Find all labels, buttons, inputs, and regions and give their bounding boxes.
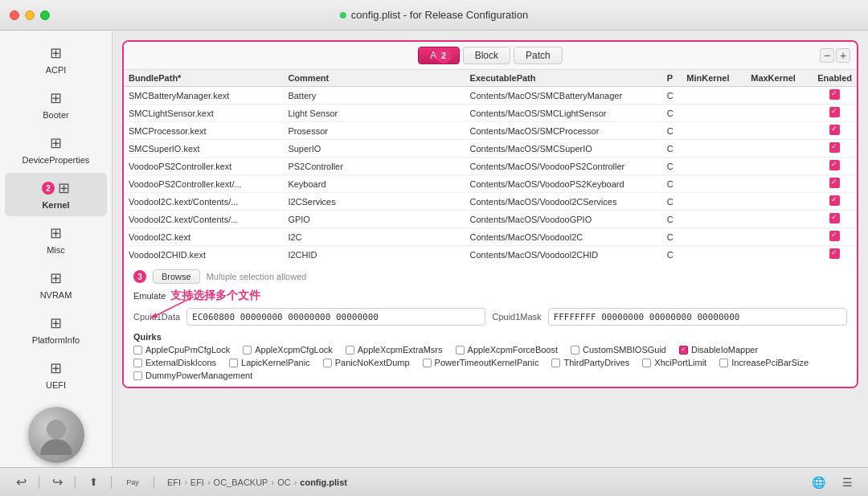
quirk-checkbox[interactable] [346,346,354,355]
sidebar-item-platform-info[interactable]: ⊞ PlatformInfo [5,308,107,351]
quirk-label: AppleXcpmForceBoost [468,345,559,355]
table-row[interactable]: SMCBatteryManager.kextBatteryContents/Ma… [124,87,857,105]
pay-button[interactable]: Pay [118,473,147,491]
quirk-label: PanicNoKextDump [335,358,410,367]
sidebar-item-kernel[interactable]: 2 ⊞ Kernel [5,173,107,216]
quirk-checkbox[interactable] [719,359,728,367]
sidebar: ⊞ ACPI ⊞ Booter ⊞ DeviceProperties 2 ⊞ K… [0,31,113,467]
breadcrumb-efi2[interactable]: EFI [190,478,204,487]
quirk-label: XhciPortLimit [654,358,706,367]
breadcrumb-sep-4: › [294,478,297,487]
quirk-item: XhciPortLimit [642,358,706,367]
breadcrumb-config[interactable]: config.plist [300,478,347,487]
window-title: config.plist - for Release Configuration [340,9,528,21]
back-button[interactable]: ↩ [10,473,32,491]
remove-row-button[interactable]: − [820,48,834,63]
block-button[interactable]: Block [463,47,510,64]
close-button[interactable] [10,10,19,20]
sidebar-item-nvram[interactable]: ⊞ NVRAM [5,263,107,306]
table-row[interactable]: VoodooPS2Controller.kext/...KeyboardCont… [124,175,857,193]
quirk-label: DisableIoMapper [691,345,758,355]
grid-icon-6: ⊞ [50,269,62,287]
table-row[interactable]: Voodool2CHID.kextI2CHIDContents/MacOS/Vo… [124,246,857,264]
quirk-item: CustomSMBIOSGuid [571,345,666,355]
browse-note: Multiple selection allowed [207,272,307,281]
quirk-item: ExternalDiskIcons [133,358,216,367]
enabled-checkbox[interactable] [813,158,857,175]
enabled-checkbox[interactable] [813,246,857,264]
add-row-button[interactable]: + [836,48,850,63]
sidebar-item-uefi[interactable]: ⊞ UEFI [5,353,107,396]
sidebar-item-acpi[interactable]: ⊞ ACPI [5,38,107,81]
quirk-label: DummyPowerManagement [145,371,252,380]
quirks-grid: AppleCpuPmCfgLockAppleXcpmCfgLockAppleXc… [133,345,847,380]
enabled-checkbox[interactable] [813,228,857,246]
quirk-checkbox[interactable] [679,346,688,355]
emulate-section: Emulate 支持选择多个文件 [133,289,847,303]
table-row[interactable]: Voodool2C.kextI2CContents/MacOS/Voodool2… [124,228,857,246]
quirk-item: AppleXcpmCfgLock [243,345,333,355]
sidebar-label-kernel: Kernel [42,200,69,210]
sidebar-label-platform-info: PlatformInfo [32,335,80,345]
quirk-checkbox[interactable] [243,346,252,355]
quirk-checkbox[interactable] [133,359,142,367]
enabled-checkbox[interactable] [813,122,857,140]
quirk-checkbox[interactable] [642,359,651,367]
list-button[interactable]: ☰ [836,473,858,491]
quirk-label: AppleCpuPmCfgLock [145,345,230,355]
quirk-checkbox[interactable] [423,359,432,367]
divider-2 [75,476,76,489]
breadcrumb-sep-2: › [207,478,211,487]
enabled-checkbox[interactable] [813,193,857,211]
quirk-checkbox[interactable] [551,359,560,367]
quirk-checkbox[interactable] [133,371,142,380]
quirk-checkbox[interactable] [571,346,579,355]
sidebar-item-booter[interactable]: ⊞ Booter [5,83,107,126]
minimize-button[interactable] [25,10,35,20]
table-row[interactable]: Voodool2C.kext/Contents/...GPIOContents/… [124,211,857,228]
divider-4 [154,476,154,489]
quirk-checkbox[interactable] [456,346,465,355]
maximize-button[interactable] [40,10,50,20]
annotation-badge-1: 2 [42,182,55,195]
table-container[interactable]: BundlePath* Comment ExecutablePath P Min… [124,70,857,263]
quirk-checkbox[interactable] [323,359,332,367]
arrow-annotation [149,297,198,321]
table-row[interactable]: Voodool2C.kext/Contents/...I2CServicesCo… [124,193,857,211]
forward-button[interactable]: ↪ [46,473,68,491]
table-row[interactable]: SMCSuperIO.kextSuperIOContents/MacOS/SMC… [124,140,857,158]
enabled-checkbox[interactable] [813,140,857,158]
table-row[interactable]: VoodooPS2Controller.kextPS2ControllerCon… [124,158,857,175]
col-header-executable: ExecutablePath [465,70,662,87]
quirk-item: PowerTimeoutKernelPanic [423,358,539,367]
quirk-checkbox[interactable] [229,359,238,367]
sidebar-label-misc: Misc [47,245,65,255]
sidebar-item-device-properties[interactable]: ⊞ DeviceProperties [5,128,107,171]
table-row[interactable]: SMCLightSensor.kextLight SensorContents/… [124,105,857,122]
quirks-section: Quirks AppleCpuPmCfgLockAppleXcpmCfgLock… [133,332,847,380]
patch-button[interactable]: Patch [514,47,563,64]
bottom-right-btns: 🌐 ☰ [807,473,858,491]
breadcrumb-oc[interactable]: OC [277,478,291,487]
cpuid-mask-input[interactable] [548,308,847,326]
breadcrumb-efi1[interactable]: EFI [167,478,181,487]
enabled-checkbox[interactable] [813,175,857,193]
enabled-checkbox[interactable] [813,105,857,122]
quirk-item: AppleCpuPmCfgLock [133,345,230,355]
table-row[interactable]: SMCProcessor.kextProsessorContents/MacOS… [124,122,857,140]
avatar-area [0,397,112,467]
sidebar-item-misc[interactable]: ⊞ Misc [5,218,107,261]
globe-button[interactable]: 🌐 [807,473,829,491]
enabled-checkbox[interactable] [813,211,857,228]
quirk-item: ThirdPartyDrives [551,358,629,367]
browse-button[interactable]: Browse [153,269,200,284]
quirk-checkbox[interactable] [133,346,142,355]
traffic-lights [10,10,50,20]
share-button[interactable]: ⬆ [82,473,104,491]
quirk-item: LapicKernelPanic [229,358,310,367]
breadcrumb-sep-1: › [184,478,187,487]
cpuid-data-input[interactable] [186,308,485,326]
kernel-panel: 2 Add Block Patch − + BundlePath* Commen… [122,40,858,388]
breadcrumb-oc-backup[interactable]: OC_BACKUP [214,478,268,487]
enabled-checkbox[interactable] [813,87,857,105]
